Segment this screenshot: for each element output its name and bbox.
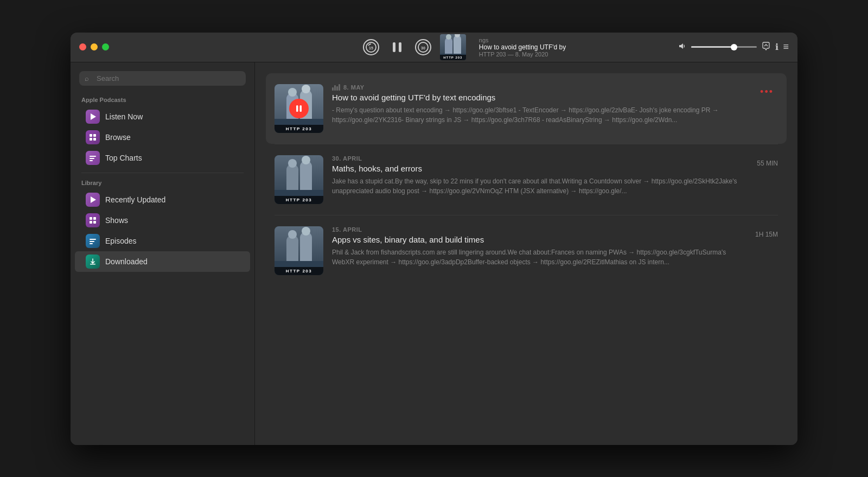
episode-item[interactable]: HTTP 203 8. MAY [266, 73, 787, 144]
episode-thumbnail: НТТР 203 [275, 226, 323, 275]
now-playing-thumbnail: HTTP 203 [440, 34, 466, 60]
episode-description: Phil & Jack from fishandscripts.com are … [332, 247, 746, 267]
sidebar-item-label: Listen Now [105, 112, 143, 121]
shows-icon [86, 213, 100, 227]
svg-rect-18 [93, 221, 96, 224]
episode-title: Maths, hooks, and errors [332, 164, 748, 173]
search-icon: ⌕ [85, 74, 89, 82]
sidebar-section-library: Library [71, 177, 254, 189]
volume-slider[interactable] [691, 46, 757, 48]
episodes-icon [86, 234, 100, 248]
svg-rect-20 [90, 241, 94, 242]
pause-button[interactable] [388, 38, 406, 56]
svg-rect-19 [90, 239, 96, 240]
episode-date: 8. MAY [332, 84, 747, 91]
now-playing-info: ngs How to avoid getting UTF'd by HTTP 2… [475, 37, 570, 58]
sidebar-item-downloaded[interactable]: Downloaded [75, 251, 250, 272]
sidebar-divider [81, 173, 244, 173]
main-content: ⌕ Apple Podcasts Listen Now [71, 62, 797, 445]
svg-rect-24 [300, 105, 302, 112]
minimize-button[interactable] [91, 43, 98, 50]
sidebar-item-label: Recently Updated [105, 195, 165, 204]
svg-rect-23 [296, 105, 298, 112]
content-area: HTTP 203 8. MAY [255, 62, 797, 445]
episode-show-label: НТТР 203 [275, 267, 323, 275]
episode-more-button[interactable]: ••• [756, 84, 778, 100]
sidebar-item-shows[interactable]: Shows [75, 210, 250, 231]
search-container: ⌕ [71, 71, 254, 94]
svg-rect-11 [90, 156, 96, 157]
volume-icon [678, 42, 687, 52]
episode-pause-icon [289, 99, 309, 118]
player-controls: 15 30 [255, 34, 678, 60]
episode-title: Apps vs sites, binary data, and build ti… [332, 235, 746, 244]
episode-title: How to avoid getting UTF'd by text encod… [332, 93, 747, 102]
episode-show-label: НТТР 203 [275, 196, 323, 204]
sidebar-section-apple-podcasts: Apple Podcasts [71, 94, 254, 106]
browse-icon [86, 130, 100, 144]
episode-info: 8. MAY How to avoid getting UTF'd by tex… [332, 84, 747, 125]
app-window: 15 30 [71, 33, 797, 445]
traffic-lights [71, 43, 255, 50]
search-input[interactable] [79, 71, 246, 86]
sidebar-item-label: Browse [105, 133, 131, 142]
episode-item[interactable]: НТТР 203 30. APRIL Maths, hooks, and err… [266, 144, 787, 215]
player-right-controls: ℹ ≡ [678, 41, 797, 53]
queue-icon[interactable]: ≡ [783, 41, 789, 53]
info-icon[interactable]: ℹ [775, 42, 778, 52]
episode-description: Jake has a stupid cat.By the way, skip t… [332, 176, 748, 196]
svg-rect-2 [393, 42, 395, 52]
episode-show-label: HTTP 203 [275, 125, 323, 133]
sidebar: ⌕ Apple Podcasts Listen Now [71, 62, 255, 445]
svg-text:15: 15 [369, 46, 373, 50]
now-playing-title: How to avoid getting UTF'd by [479, 43, 566, 51]
svg-rect-13 [90, 160, 93, 161]
sidebar-item-top-charts[interactable]: Top Charts [75, 148, 250, 168]
episode-thumbnail: HTTP 203 [275, 84, 323, 133]
svg-rect-7 [90, 134, 92, 137]
forward-button[interactable]: 30 [415, 39, 431, 55]
listen-now-icon [86, 110, 100, 124]
sidebar-item-recently-updated[interactable]: Recently Updated [75, 189, 250, 210]
svg-rect-3 [399, 42, 401, 52]
now-playing-show: ngs [479, 37, 566, 43]
rewind-button[interactable]: 15 [363, 39, 379, 55]
episode-description: - Remy's question about text encoding → … [332, 105, 747, 125]
top-charts-icon [86, 151, 100, 165]
sidebar-item-label: Top Charts [105, 154, 142, 162]
episode-duration: 55 MIN [757, 155, 778, 167]
sidebar-item-browse[interactable]: Browse [75, 127, 250, 148]
episode-duration: 1H 15M [755, 226, 778, 238]
recently-updated-icon [86, 193, 100, 207]
titlebar: 15 30 [71, 33, 797, 62]
wave-icon [332, 84, 340, 91]
svg-rect-12 [90, 158, 94, 159]
svg-rect-9 [90, 138, 92, 141]
svg-text:30: 30 [421, 46, 425, 50]
svg-marker-6 [91, 113, 96, 120]
downloaded-icon [86, 255, 100, 269]
episode-info: 15. APRIL Apps vs sites, binary data, an… [332, 226, 746, 267]
sidebar-item-label: Downloaded [105, 257, 148, 266]
svg-rect-8 [93, 134, 96, 137]
episode-date: 30. APRIL [332, 155, 748, 162]
episode-date: 15. APRIL [332, 226, 746, 233]
episode-list: HTTP 203 8. MAY [266, 73, 787, 286]
svg-rect-17 [90, 221, 92, 224]
svg-rect-21 [90, 243, 93, 244]
svg-rect-15 [90, 217, 92, 220]
sidebar-item-label: Episodes [105, 237, 137, 245]
airplay-icon[interactable] [761, 41, 771, 53]
sidebar-item-episodes[interactable]: Episodes [75, 231, 250, 251]
svg-rect-16 [93, 217, 96, 220]
episode-info: 30. APRIL Maths, hooks, and errors Jake … [332, 155, 748, 196]
thumb-show-label: HTTP 203 [440, 55, 466, 60]
maximize-button[interactable] [102, 43, 109, 50]
svg-marker-14 [91, 196, 96, 203]
svg-rect-10 [93, 138, 96, 141]
episode-item[interactable]: НТТР 203 15. APRIL Apps vs sites, binary… [266, 215, 787, 286]
now-playing-date: HTTP 203 — 8. May 2020 [479, 51, 566, 58]
sidebar-item-listen-now[interactable]: Listen Now [75, 106, 250, 127]
sidebar-item-label: Shows [105, 216, 128, 225]
close-button[interactable] [79, 43, 86, 50]
